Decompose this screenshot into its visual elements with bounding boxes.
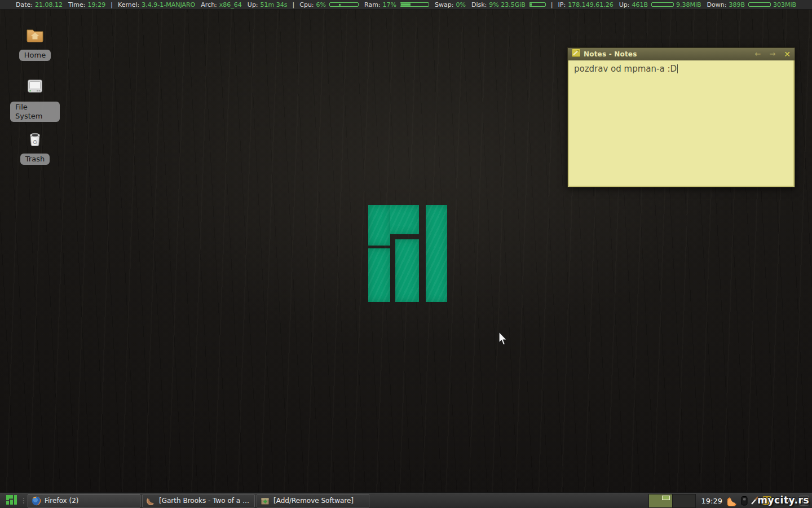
taskbar-button-label: [Garth Brooks - Two of a … (159, 497, 249, 505)
audio-player-icon (146, 496, 156, 506)
previous-note-button[interactable]: ← (754, 50, 761, 58)
cpu-label: Cpu: (299, 1, 314, 8)
next-note-button[interactable]: → (769, 50, 775, 58)
notes-window-title: Notes - Notes (584, 50, 746, 58)
battery-tray-icon[interactable] (741, 496, 748, 506)
ip-value: 178.149.61.26 (568, 1, 613, 8)
notes-titlebar[interactable]: Notes - Notes ← → ✕ (568, 48, 795, 60)
taskbar: Firefox (2) [Garth Brooks - Two of a … [… (0, 493, 812, 508)
net-down-total: 303MiB (773, 1, 796, 8)
desktop-icon-label: File System (10, 102, 60, 122)
date-value: 21.08.12 (35, 1, 63, 8)
desktop: Date: 21.08.12 Time: 19:29 | Kernel: 3.4… (0, 0, 812, 508)
panel-clock[interactable]: 19:29 (701, 497, 722, 505)
pager-window-thumb (662, 496, 670, 500)
text-caret (677, 64, 678, 73)
separator: | (111, 1, 113, 8)
swap-value: 0% (456, 1, 465, 8)
desktop-icon-label: Trash (20, 154, 50, 165)
desktop-icon-trash[interactable]: ♻ Trash (10, 129, 60, 165)
disk-label: Disk: (471, 1, 487, 8)
svg-text:♻: ♻ (33, 139, 38, 145)
conky-status-bar: Date: 21.08.12 Time: 19:29 | Kernel: 3.4… (0, 0, 812, 10)
ram-value: 17% (383, 1, 396, 8)
firefox-icon (32, 496, 41, 506)
mouse-cursor (498, 331, 509, 348)
home-folder-icon (25, 25, 45, 46)
close-icon[interactable]: ✕ (784, 50, 791, 58)
desktop-icon-home[interactable]: Home (10, 25, 60, 61)
notes-window: Notes - Notes ← → ✕ pozdrav od mpman-a :… (567, 47, 795, 187)
taskbar-button-add-remove-software[interactable]: [Add/Remove Software] (257, 494, 369, 507)
panel-drag-handle[interactable] (21, 494, 26, 507)
kernel-label: Kernel: (118, 1, 139, 8)
notes-text: pozdrav od mpman-a :D (574, 64, 677, 74)
taskbar-button-firefox[interactable]: Firefox (2) (28, 494, 140, 507)
uptime-value: 51m 34s (261, 1, 288, 8)
kernel-value: 3.4.9-1-MANJARO (142, 1, 195, 8)
net-up-bar (651, 2, 674, 7)
arch-value: x86_64 (219, 1, 242, 8)
cpu-value: 6% (316, 1, 326, 8)
separator: | (293, 1, 295, 8)
file-system-drive-icon (25, 77, 45, 98)
desktop-icon-file-system[interactable]: File System (10, 77, 60, 122)
taskbar-button-audio-player[interactable]: [Garth Brooks - Two of a … (142, 494, 255, 507)
workspace-1[interactable] (649, 494, 672, 507)
watermark: mycity.rs (757, 494, 809, 506)
cpu-bar (329, 2, 359, 7)
desktop-icon-label: Home (19, 50, 51, 61)
clementine-tray-icon[interactable] (727, 496, 738, 506)
notes-text-area[interactable]: pozdrav od mpman-a :D (568, 60, 795, 187)
workspace-pager[interactable] (648, 494, 696, 508)
workspace-2[interactable] (672, 494, 695, 507)
net-down-value: 389B (729, 1, 745, 8)
package-manager-icon (261, 496, 270, 506)
net-up-total: 9.38MiB (676, 1, 701, 8)
net-up-value: 461B (632, 1, 648, 8)
separator: | (551, 1, 553, 8)
taskbar-button-label: [Add/Remove Software] (273, 497, 354, 505)
date-label: Date: (16, 1, 33, 8)
time-value: 19:29 (88, 1, 106, 8)
ip-label: IP: (558, 1, 566, 8)
net-down-label: Down: (707, 1, 727, 8)
net-up-label: Up: (619, 1, 630, 8)
trash-can-icon: ♻ (25, 129, 45, 150)
arch-label: Arch: (201, 1, 217, 8)
disk-bar (529, 2, 546, 7)
notes-app-icon (572, 49, 580, 59)
ram-bar (400, 2, 429, 7)
manjaro-menu-icon (6, 495, 17, 507)
swap-label: Swap: (435, 1, 453, 8)
time-label: Time: (68, 1, 86, 8)
ram-label: Ram: (364, 1, 381, 8)
disk-value: 9% 23.5GiB (489, 1, 526, 8)
taskbar-button-label: Firefox (2) (45, 497, 79, 505)
uptime-label: Up: (248, 1, 258, 8)
manjaro-wallpaper-logo (368, 205, 447, 302)
net-down-bar (748, 2, 771, 7)
applications-menu-button[interactable] (2, 494, 21, 507)
